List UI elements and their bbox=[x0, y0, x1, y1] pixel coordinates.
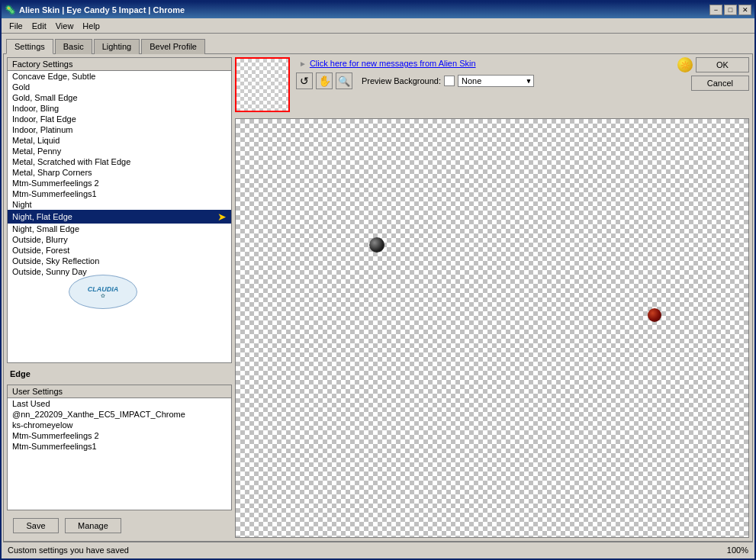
tab-bevel-profile[interactable]: Bevel Profile bbox=[141, 39, 205, 54]
menu-edit[interactable]: Edit bbox=[27, 20, 51, 32]
factory-settings-header: Factory Settings bbox=[8, 58, 231, 71]
preview-color-swatch bbox=[444, 76, 455, 86]
factory-item-11[interactable]: Mtm-Summerfeelings1 bbox=[8, 188, 231, 199]
zoom-level: 100% bbox=[727, 546, 748, 555]
user-item-0[interactable]: Last Used bbox=[8, 398, 231, 409]
toolbar-bg-row: ↺ ✋ 🔍 Preview Background: None Black Whi bbox=[296, 72, 671, 89]
factory-settings-list[interactable]: Concave Edge, SubtleGoldGold, Small Edge… bbox=[8, 71, 231, 362]
zoom-tool-icon[interactable]: 🔍 bbox=[336, 72, 352, 89]
user-item-2[interactable]: ks-chromeyelow bbox=[8, 420, 231, 430]
right-panel: ► Click here for new messages from Alien… bbox=[235, 57, 749, 538]
factory-item-2[interactable]: Gold, Small Edge bbox=[8, 92, 231, 103]
factory-settings-box: Factory Settings Concave Edge, SubtleGol… bbox=[7, 57, 232, 363]
factory-item-0[interactable]: Concave Edge, Subtle bbox=[8, 71, 231, 82]
close-button[interactable]: ✕ bbox=[738, 5, 751, 15]
factory-item-3[interactable]: Indoor, Bling bbox=[8, 103, 231, 114]
ok-icon[interactable]: 🔆 bbox=[677, 57, 693, 72]
ok-cancel-area: 🔆 OK Cancel bbox=[677, 57, 749, 91]
chrome-sphere-1 bbox=[369, 237, 384, 253]
status-text: Custom settings you have saved bbox=[8, 546, 129, 555]
user-item-1[interactable]: @nn_220209_Xanthe_EC5_IMPACT_Chrome bbox=[8, 409, 231, 420]
factory-item-16[interactable]: Outside, Forest bbox=[8, 245, 231, 256]
left-panel: Factory Settings Concave Edge, SubtleGol… bbox=[7, 57, 232, 538]
user-item-4[interactable]: Mtm-Summerfeelings1 bbox=[8, 441, 231, 452]
edge-section: Edge bbox=[7, 366, 232, 381]
maximize-button[interactable]: □ bbox=[724, 5, 737, 15]
factory-item-1[interactable]: Gold bbox=[8, 82, 231, 92]
factory-item-7[interactable]: Metal, Penny bbox=[8, 146, 231, 156]
factory-item-14[interactable]: Night, Small Edge bbox=[8, 224, 231, 234]
buttons-row: Save Manage bbox=[7, 513, 232, 538]
user-settings-list[interactable]: Last Used@nn_220209_Xanthe_EC5_IMPACT_Ch… bbox=[8, 398, 231, 510]
preview-bg-select-wrapper[interactable]: None Black White ▼ bbox=[458, 75, 534, 87]
preview-bg-select[interactable]: None Black White bbox=[458, 75, 534, 87]
ok-row: 🔆 OK bbox=[677, 57, 749, 72]
chrome-sphere-2 bbox=[648, 308, 661, 322]
title-bar: 🦠 Alien Skin | Eye Candy 5 Impact | Chro… bbox=[2, 2, 754, 18]
tab-basic[interactable]: Basic bbox=[55, 39, 92, 54]
controls-area: ► Click here for new messages from Alien… bbox=[296, 57, 671, 89]
menu-help[interactable]: Help bbox=[78, 20, 105, 32]
edge-label-text: Edge bbox=[7, 368, 34, 380]
title-text: Alien Skin | Eye Candy 5 Impact | Chrome bbox=[19, 5, 709, 14]
message-link[interactable]: Click here for new messages from Alien S… bbox=[310, 59, 476, 68]
menu-bar: File Edit View Help bbox=[2, 18, 754, 34]
minimize-button[interactable]: − bbox=[709, 5, 722, 15]
preview-bg-label: Preview Background: bbox=[362, 76, 441, 85]
user-item-3[interactable]: Mtm-Summerfeelings 2 bbox=[8, 430, 231, 441]
factory-item-5[interactable]: Indoor, Platinum bbox=[8, 124, 231, 135]
tab-settings[interactable]: Settings bbox=[6, 39, 53, 54]
factory-item-18[interactable]: Outside, Sunny Day bbox=[8, 266, 231, 277]
factory-item-8[interactable]: Metal, Scratched with Flat Edge bbox=[8, 156, 231, 167]
factory-item-6[interactable]: Metal, Liquid bbox=[8, 135, 231, 146]
factory-item-10[interactable]: Mtm-Summerfeelings 2 bbox=[8, 178, 231, 188]
factory-item-15[interactable]: Outside, Blurry bbox=[8, 234, 231, 245]
status-bar: Custom settings you have saved 100% bbox=[3, 542, 753, 557]
factory-item-12[interactable]: Night bbox=[8, 199, 231, 210]
tab-lighting[interactable]: Lighting bbox=[94, 39, 140, 54]
factory-item-9[interactable]: Metal, Sharp Corners bbox=[8, 167, 231, 178]
menu-view[interactable]: View bbox=[51, 20, 79, 32]
message-bar: ► Click here for new messages from Alien… bbox=[296, 57, 671, 69]
menu-file[interactable]: File bbox=[5, 20, 27, 32]
cancel-button[interactable]: Cancel bbox=[691, 76, 749, 91]
factory-item-4[interactable]: Indoor, Flat Edge bbox=[8, 114, 231, 124]
factory-item-17[interactable]: Outside, Sky Reflection bbox=[8, 256, 231, 266]
tabs-row: Settings Basic Lighting Bevel Profile bbox=[3, 35, 753, 53]
preview-thumbnail bbox=[235, 57, 290, 112]
message-icon: ► bbox=[299, 60, 307, 68]
save-button[interactable]: Save bbox=[13, 518, 59, 533]
app-icon: 🦠 bbox=[5, 5, 16, 15]
user-settings-header: User Settings bbox=[8, 385, 231, 398]
factory-item-13[interactable]: Night, Flat Edge➤ bbox=[8, 210, 231, 224]
user-settings-box: User Settings Last Used@nn_220209_Xanthe… bbox=[7, 385, 232, 510]
hand-tool-icon[interactable]: ✋ bbox=[316, 72, 333, 89]
title-bar-buttons: − □ ✕ bbox=[709, 5, 751, 15]
rotate-tool-icon[interactable]: ↺ bbox=[296, 72, 313, 89]
ok-button[interactable]: OK bbox=[696, 57, 749, 72]
manage-button[interactable]: Manage bbox=[65, 518, 121, 533]
preview-canvas bbox=[235, 118, 749, 538]
